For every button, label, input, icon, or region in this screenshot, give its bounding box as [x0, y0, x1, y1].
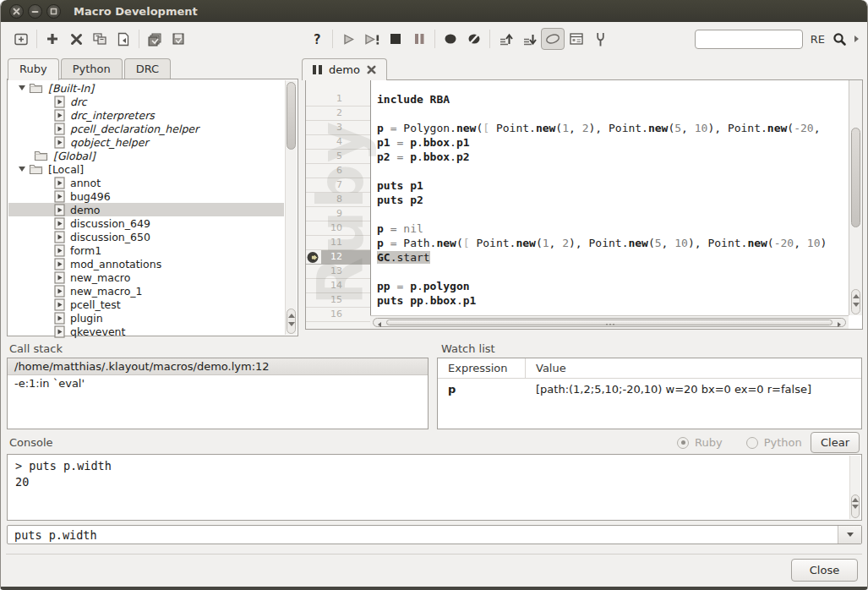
console-scrollbar[interactable] [849, 456, 860, 519]
tree-item-drc[interactable]: drc [8, 95, 284, 108]
code-line[interactable] [370, 107, 849, 121]
tree-item-bug496[interactable]: bug496 [8, 189, 284, 203]
code-editor[interactable]: Ruby 1include RBA23p = Polygon.new([ Poi… [305, 79, 863, 330]
scrollbar-thumb[interactable] [386, 320, 833, 325]
window-minimize-button[interactable] [28, 4, 42, 19]
code-line[interactable]: p = nil [370, 221, 849, 236]
stop-button[interactable] [384, 28, 407, 50]
rename-macro-button[interactable] [88, 28, 112, 50]
scrollbar-steppers[interactable] [851, 289, 860, 314]
console-input[interactable] [8, 526, 838, 544]
column-expression[interactable]: Expression [438, 358, 526, 378]
line-gutter[interactable]: 3 [306, 121, 370, 135]
code-line[interactable]: p1 = p.bbox.p1 [370, 135, 849, 150]
line-gutter[interactable]: 4 [306, 135, 370, 150]
code-line[interactable]: puts p2 [370, 193, 849, 207]
save-all-macros-button[interactable] [143, 28, 167, 50]
line-gutter[interactable] [306, 322, 370, 330]
window-maximize-button[interactable] [46, 4, 61, 19]
code-line[interactable] [370, 164, 849, 178]
tree-item-built-in[interactable]: [Built-In] [8, 81, 284, 95]
line-gutter[interactable]: 15 [306, 293, 370, 308]
scroll-down-icon[interactable] [852, 505, 859, 509]
scroll-up-icon[interactable] [288, 314, 295, 318]
set-breakpoint-button[interactable] [439, 28, 462, 50]
scroll-down-icon[interactable] [853, 303, 860, 307]
line-gutter[interactable]: 2 [306, 107, 370, 121]
call-stack-item[interactable]: -e:1:in `eval' [8, 375, 428, 391]
clear-button[interactable]: Clear [811, 432, 860, 453]
tree-item-new_macro_1[interactable]: new_macro_1 [8, 284, 284, 298]
tree-item-global[interactable]: [Global] [8, 149, 284, 162]
scrollbar-thumb[interactable] [287, 82, 296, 150]
expander-down-icon[interactable] [19, 167, 25, 172]
line-gutter[interactable]: 13 [306, 265, 370, 279]
tree-item-drc_interpreters[interactable]: drc_interpreters [8, 108, 284, 122]
code-line[interactable]: p2 = p.bbox.p2 [370, 150, 849, 164]
tree-item-mod_annotations[interactable]: mod_annotations [8, 257, 284, 270]
tree-scrollbar[interactable] [285, 80, 297, 335]
code-line[interactable]: p = Polygon.new([ Point.new(1, 2), Point… [370, 121, 849, 135]
line-gutter[interactable]: 6 [306, 164, 370, 178]
column-value[interactable]: Value [526, 362, 566, 374]
tree-item-annot[interactable]: annot [8, 176, 284, 189]
watch-list-header[interactable]: Expression Value [438, 358, 861, 379]
line-gutter[interactable]: 14 [306, 279, 370, 293]
scrollbar-thumb[interactable] [851, 128, 860, 227]
code-line[interactable]: include RBA [370, 92, 849, 107]
search-button[interactable] [833, 32, 847, 46]
combo-dropdown-button[interactable] [838, 526, 861, 544]
tab-ruby[interactable]: Ruby [8, 58, 59, 80]
ruby-radio[interactable]: Ruby [677, 436, 723, 449]
line-gutter[interactable]: 11 [306, 236, 370, 250]
expander-down-icon[interactable] [19, 85, 25, 90]
delete-macro-button[interactable] [64, 28, 88, 50]
scrollbar-steppers[interactable] [851, 494, 860, 518]
current-line-gutter[interactable]: 12 [306, 250, 370, 265]
line-gutter[interactable]: 9 [306, 207, 370, 221]
watch-row[interactable]: p[path:(1,2;5,10;-20,10) w=20 bx=0 ex=0 … [438, 379, 861, 399]
scroll-down-icon[interactable] [288, 322, 295, 326]
code-line[interactable]: pp = p.polygon [370, 279, 849, 293]
tab-python[interactable]: Python [61, 58, 123, 79]
new-macro-button[interactable] [41, 28, 64, 50]
scrollbar-steppers[interactable] [287, 309, 296, 334]
ruby-interpreter-toggle[interactable] [541, 28, 565, 50]
clear-breakpoints-button[interactable] [462, 28, 486, 50]
save-macro-button[interactable] [167, 28, 190, 50]
scroll-up-icon[interactable] [852, 498, 859, 502]
tree-item-local[interactable]: [Local] [8, 162, 284, 176]
add-location-button[interactable] [9, 28, 33, 50]
tab-close-icon[interactable] [367, 65, 376, 74]
window-close-button[interactable] [9, 4, 24, 19]
tree-item-form1[interactable]: form1 [8, 243, 284, 257]
step-into-button[interactable] [517, 28, 541, 50]
scroll-left-icon[interactable] [378, 322, 381, 327]
tab-demo[interactable]: demo [302, 58, 387, 80]
scroll-up-icon[interactable] [853, 294, 860, 298]
code-line[interactable]: p = Path.new([ Point.new(1, 2), Point.ne… [370, 236, 849, 250]
import-macro-button[interactable] [112, 28, 135, 50]
tree-item-demo[interactable]: demo [8, 203, 284, 216]
run-button[interactable] [336, 28, 360, 50]
help-button[interactable]: ? [305, 28, 329, 50]
code-line[interactable] [370, 80, 849, 92]
code-line[interactable] [370, 207, 849, 221]
pause-button[interactable] [407, 28, 431, 50]
call-stack-item[interactable]: /home/matthias/.klayout/macros/demo.lym:… [8, 358, 428, 375]
editor-vertical-scrollbar[interactable] [849, 80, 862, 315]
line-gutter[interactable]: 5 [306, 150, 370, 164]
close-button[interactable]: Close [791, 559, 858, 582]
editor-lines[interactable]: 1include RBA23p = Polygon.new([ Point.ne… [306, 80, 849, 330]
line-gutter[interactable]: 16 [306, 308, 370, 322]
line-gutter[interactable]: 8 [306, 193, 370, 207]
line-gutter[interactable]: 10 [306, 221, 370, 236]
macro-properties-button[interactable] [565, 28, 588, 50]
setup-button[interactable] [588, 28, 612, 50]
tree-item-discussion_649[interactable]: discussion_649 [8, 216, 284, 230]
python-radio[interactable]: Python [746, 436, 802, 449]
step-out-button[interactable] [494, 28, 517, 50]
tree-item-pcell_test[interactable]: pcell_test [8, 298, 284, 311]
search-options-arrow-icon[interactable] [854, 36, 859, 42]
line-gutter[interactable]: 7 [306, 178, 370, 193]
